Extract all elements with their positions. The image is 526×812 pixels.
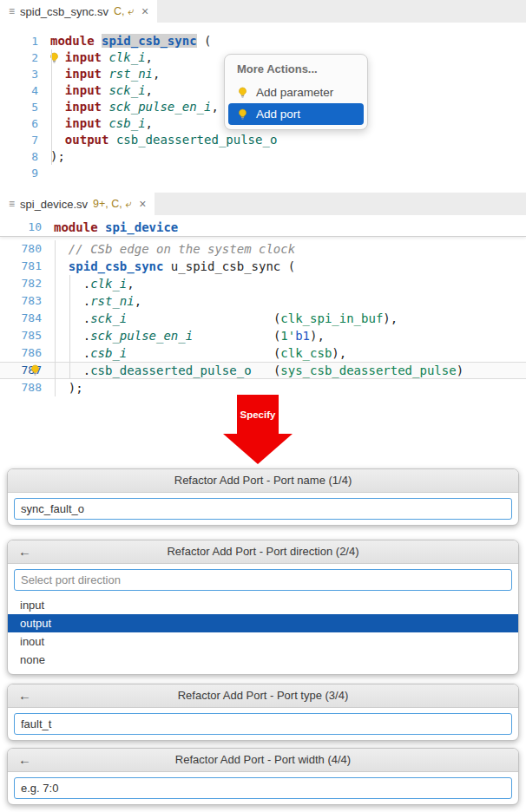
close-icon[interactable]: ×: [139, 197, 146, 211]
file-outline-icon: ≡: [9, 198, 15, 210]
option-output[interactable]: output: [8, 614, 518, 632]
line-number: 787: [0, 362, 49, 379]
refactor-dialog-step-3: ←Refactor Add Port - Port type (3/4): [7, 684, 519, 741]
dialog-header: Refactor Add Port - Port name (1/4): [8, 469, 518, 493]
code-line[interactable]: 787 .csb_deasserted_pulse_o (sys_csb_dea…: [0, 362, 526, 379]
indent-guide: [69, 275, 70, 379]
indent-guide: [51, 49, 52, 165]
dialog-title: Refactor Add Port - Port type (3/4): [178, 689, 349, 702]
line-number: 1: [0, 33, 45, 49]
tab-bar: ≡ spi_device.sv 9+, C, ⤶ ×: [0, 193, 526, 215]
line-number: 783: [0, 292, 49, 310]
code-line[interactable]: 9: [0, 165, 526, 181]
line-number: 781: [0, 258, 49, 275]
code-text: output csb_deasserted_pulse_o: [45, 132, 277, 148]
menu-item-add-port[interactable]: Add port: [228, 103, 364, 125]
lightbulb-icon[interactable]: [49, 52, 60, 64]
code-text: input sck_pulse_en_i,: [45, 99, 219, 115]
code-line[interactable]: 783 .rst_ni,: [0, 292, 526, 310]
close-icon[interactable]: ×: [141, 4, 148, 18]
dialog-body: inputoutputinoutnone: [8, 569, 518, 674]
line-number: 780: [0, 240, 49, 258]
line-number: 4: [0, 82, 45, 99]
code-line[interactable]: 8);: [0, 148, 526, 165]
code-text: input clk_i,: [45, 49, 153, 66]
line-number: 9: [0, 165, 45, 181]
menu-header: More Actions...: [225, 60, 367, 82]
editor-pane-spid-csb-sync: ≡ spid_csb_sync.sv C, ⤶ × 1module spid_c…: [0, 0, 526, 193]
code-line[interactable]: 7 output csb_deasserted_pulse_o: [0, 132, 526, 148]
lightbulb-icon[interactable]: [237, 108, 248, 121]
line-number: 2: [0, 49, 45, 66]
code-text: // CSb edge on the system clock: [49, 240, 295, 258]
code-line[interactable]: 788 );: [0, 379, 526, 396]
dialog-input[interactable]: [14, 713, 512, 735]
line-number: 3: [0, 66, 45, 82]
tab-indicators: 9+, C, ⤶: [93, 198, 131, 211]
code-line[interactable]: 786 .csb_i (clk_csb),: [0, 344, 526, 362]
code-line[interactable]: 785 .sck_pulse_en_i (1'b1),: [0, 327, 526, 344]
code-line[interactable]: 782 .clk_i,: [0, 275, 526, 292]
code-line[interactable]: 1module spid_csb_sync (: [0, 33, 526, 49]
code-text: .sck_pulse_en_i (1'b1),: [49, 327, 325, 344]
specify-arrow: Specify: [223, 395, 293, 464]
code-text: .csb_i (clk_csb),: [49, 344, 346, 362]
code-text: .csb_deasserted_pulse_o (sys_csb_deasser…: [49, 362, 464, 379]
back-arrow-icon[interactable]: ←: [18, 540, 31, 563]
file-outline-icon: ≡: [9, 5, 15, 17]
page: ≡ spid_csb_sync.sv C, ⤶ × 1module spid_c…: [0, 0, 526, 812]
lightbulb-icon[interactable]: [237, 87, 248, 99]
line-number: 788: [0, 379, 49, 396]
code-text: .rst_ni,: [49, 292, 141, 310]
option-inout[interactable]: inout: [8, 632, 518, 651]
dialog-body: [8, 713, 518, 740]
editor-pane-spi-device: ≡ spi_device.sv 9+, C, ⤶ × 10module spi_…: [0, 193, 526, 397]
specify-arrow-shaft: Specify: [237, 395, 279, 434]
tab-filename: spid_csb_sync.sv: [20, 5, 108, 18]
dialog-body: [8, 498, 518, 525]
tab-indicators: C, ⤶: [114, 5, 134, 18]
menu-item-label: Add parameter: [256, 86, 333, 99]
code-line[interactable]: 781 spid_csb_sync u_spid_csb_sync (: [0, 258, 526, 275]
specify-arrow-head: [223, 434, 293, 464]
option-none[interactable]: none: [8, 651, 518, 669]
dialog-body: [8, 777, 518, 804]
dialog-input[interactable]: [14, 777, 512, 799]
refactor-dialog-step-1: Refactor Add Port - Port name (1/4): [7, 468, 519, 526]
line-number: 786: [0, 344, 49, 362]
line-number: 8: [0, 148, 45, 165]
code-text: );: [49, 379, 83, 396]
tab-spi-device[interactable]: ≡ spi_device.sv 9+, C, ⤶ ×: [0, 193, 155, 215]
tab-bar: ≡ spid_csb_sync.sv C, ⤶ ×: [0, 0, 526, 23]
line-number: 10: [0, 219, 49, 236]
code-line[interactable]: 780 // CSb edge on the system clock: [0, 240, 526, 258]
menu-item-add-parameter[interactable]: Add parameter: [228, 82, 364, 103]
dialog-input[interactable]: [14, 569, 512, 591]
lightbulb-icon[interactable]: [30, 364, 41, 377]
option-input[interactable]: input: [8, 596, 518, 614]
refactor-dialog-step-2: ←Refactor Add Port - Port direction (2/4…: [7, 540, 519, 675]
back-arrow-icon[interactable]: ←: [18, 684, 31, 707]
code-text: input csb_i,: [45, 115, 153, 132]
code-line[interactable]: 784 .sck_i (clk_spi_in_buf),: [0, 310, 526, 327]
code-text: .sck_i (clk_spi_in_buf),: [49, 310, 398, 327]
dialog-title: Refactor Add Port - Port name (1/4): [174, 474, 352, 487]
code-editor[interactable]: 10module spi_device780 // CSb edge on th…: [0, 219, 526, 396]
tab-filename: spi_device.sv: [20, 198, 88, 211]
option-list: inputoutputinoutnone: [8, 596, 518, 669]
code-text: );: [45, 148, 65, 165]
dialog-header: ←Refactor Add Port - Port width (4/4): [8, 749, 518, 772]
dialog-header: ←Refactor Add Port - Port direction (2/4…: [8, 540, 518, 564]
dialog-title: Refactor Add Port - Port direction (2/4): [167, 545, 358, 558]
dialog-input[interactable]: [14, 498, 512, 520]
back-arrow-icon[interactable]: ←: [18, 749, 31, 771]
sticky-code-line[interactable]: 10module spi_device: [0, 219, 526, 237]
line-number: 6: [0, 115, 45, 132]
dialog-header: ←Refactor Add Port - Port type (3/4): [8, 684, 518, 708]
code-text: input rst_ni,: [45, 66, 160, 82]
tab-spid-csb-sync[interactable]: ≡ spid_csb_sync.sv C, ⤶ ×: [0, 0, 157, 23]
indent-guide: [55, 240, 56, 396]
menu-item-label: Add port: [256, 108, 300, 121]
code-text: spid_csb_sync u_spid_csb_sync (: [49, 258, 295, 275]
specify-arrow-label: Specify: [240, 409, 276, 420]
